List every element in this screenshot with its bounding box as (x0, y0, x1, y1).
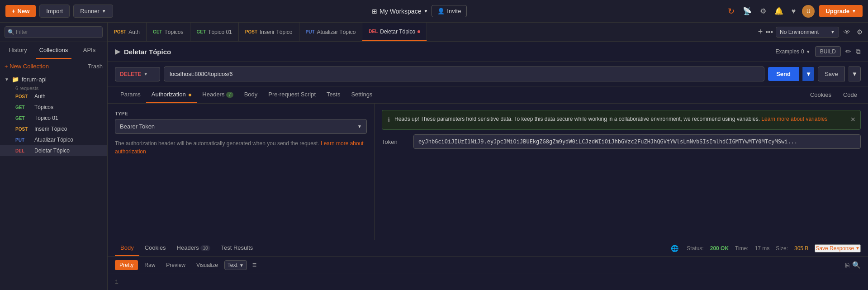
topbar-center: ⊞ My Workspace ▼ 👤 Invite (117, 5, 722, 17)
pre-request-tab[interactable]: Pre-request Script (263, 86, 321, 103)
pretty-tab[interactable]: Pretty (115, 260, 138, 270)
request-tab-item[interactable]: POSTAuth (108, 23, 147, 41)
sidebar-request-item[interactable]: POSTAuth (0, 91, 107, 102)
request-tab-item[interactable]: POSTInserir Tópico (239, 23, 299, 41)
request-tab-item[interactable]: GETTópicos (147, 23, 190, 41)
save-response-button[interactable]: Save Response ▼ (815, 244, 861, 252)
eye-icon-button[interactable]: 👁 (842, 26, 852, 38)
method-selector[interactable]: DELETE ▼ (115, 67, 160, 81)
examples-count: 0 (801, 48, 804, 55)
response-test-results-tab[interactable]: Test Results (216, 240, 259, 256)
settings-tab[interactable]: Settings (346, 86, 378, 103)
wrap-icon-button[interactable]: ≡ (252, 261, 256, 269)
method-label: DELETE (120, 71, 141, 77)
url-input[interactable] (164, 67, 764, 81)
chevron-down-icon: ▼ (357, 124, 362, 129)
collection-requests-count: 6 requests (0, 86, 107, 91)
settings-env-icon-button[interactable]: ⚙ (855, 26, 864, 38)
send-button[interactable]: Send (768, 67, 799, 81)
build-button[interactable]: BUILD (815, 46, 841, 57)
request-tab-item[interactable]: GETTópico 01 (190, 23, 239, 41)
method-badge: PUT (15, 138, 31, 143)
globe-icon-button[interactable]: 🌐 (669, 243, 680, 254)
folder-icon: 📁 (12, 76, 19, 83)
headers-tab[interactable]: Headers 7 (197, 86, 238, 103)
examples-button[interactable]: Examples 0 ▼ (775, 48, 810, 55)
size-label: Size: (776, 245, 788, 252)
method-badge: POST (15, 94, 31, 99)
sidebar-request-item[interactable]: POSTInserir Tópico (0, 124, 107, 134)
authorization-tab[interactable]: Authorization (146, 86, 197, 103)
workspace-button[interactable]: ⊞ My Workspace ▼ (372, 8, 428, 15)
env-selector[interactable]: No Environment ▼ (776, 27, 839, 38)
filter-input[interactable] (5, 26, 103, 38)
method-badge: GET (15, 105, 31, 110)
new-button[interactable]: + New (5, 5, 36, 17)
params-tab[interactable]: Params (115, 86, 146, 103)
response-meta: 🌐 Status: 200 OK Time: 17 ms Size: 305 B… (669, 243, 861, 254)
response-cookies-tab[interactable]: Cookies (139, 240, 171, 256)
auth-description: The authorization header will be automat… (115, 139, 367, 156)
collections-tab[interactable]: Collections (36, 42, 71, 59)
upgrade-button[interactable]: Upgrade ▼ (819, 5, 863, 17)
req-tabs-right: Cookies Code (806, 87, 861, 103)
status-value: 200 OK (710, 245, 729, 252)
sidebar-search-area: 🔍 (0, 23, 107, 42)
request-item-name: Deletar Tópico (34, 147, 70, 154)
request-tabs: Params Authorization Headers 7 Body Pre-… (108, 86, 868, 104)
response-body-tab[interactable]: Body (115, 240, 139, 256)
auth-active-dot (189, 94, 191, 96)
tab-name: Auth (128, 29, 140, 35)
more-options-icon[interactable]: ••• (765, 28, 773, 36)
satellite-icon-button[interactable]: 📡 (741, 5, 754, 17)
token-label: Token (382, 138, 409, 145)
token-row: Token eyJhbGciOiJIUzI1NiJ9.eyJpc3MiOiJBU… (382, 134, 861, 149)
chevron-right-icon: ▶ (115, 48, 120, 56)
headers-label: Headers (202, 91, 224, 98)
split-icon-button[interactable]: ⧉ (856, 48, 861, 56)
body-tab[interactable]: Body (239, 86, 263, 103)
sidebar-request-item[interactable]: GETTópico 01 (0, 113, 107, 124)
history-tab[interactable]: History (0, 42, 36, 59)
sidebar-request-item[interactable]: DELDeletar Tópico (0, 145, 107, 156)
search-icon-button[interactable]: 🔍 (852, 261, 861, 269)
import-button[interactable]: Import (39, 5, 70, 18)
invite-button[interactable]: 👤 Invite (432, 5, 467, 17)
request-tab-item[interactable]: PUTAtualizar Tópico (299, 23, 363, 41)
cookies-link[interactable]: Cookies (806, 87, 835, 103)
sync-icon-button[interactable]: ↻ (726, 5, 736, 18)
response-headers-tab[interactable]: Headers 10 (171, 240, 216, 256)
text-format-selector[interactable]: Text ▼ (224, 260, 247, 270)
sidebar-request-item[interactable]: GETTópicos (0, 102, 107, 113)
new-collection-button[interactable]: + New Collection (5, 63, 49, 70)
text-format-label: Text (228, 262, 237, 268)
heart-icon-button[interactable]: ♥ (790, 5, 798, 17)
learn-more-variables-link[interactable]: Learn more about variables (761, 116, 827, 122)
raw-tab[interactable]: Raw (140, 260, 160, 270)
runner-label: Runner (80, 8, 100, 14)
tabs-actions: + ••• No Environment ▼ 👁 ⚙ (754, 26, 868, 38)
code-link[interactable]: Code (840, 87, 861, 103)
save-button[interactable]: Save (818, 67, 845, 81)
status-label: Status: (687, 245, 703, 252)
preview-tab[interactable]: Preview (161, 260, 190, 270)
visualize-tab[interactable]: Visualize (192, 260, 223, 270)
sidebar-request-item[interactable]: PUTAtualizar Tópico (0, 134, 107, 145)
tests-tab[interactable]: Tests (321, 86, 346, 103)
collection-item[interactable]: ▼ 📁 forum-api (0, 73, 107, 86)
send-dropdown-button[interactable]: ▼ (802, 67, 814, 81)
settings-icon-button[interactable]: ⚙ (758, 5, 768, 17)
close-icon[interactable]: ✕ (850, 115, 856, 124)
copy-icon-button[interactable]: ⎘ (845, 261, 849, 269)
apis-tab[interactable]: APIs (71, 42, 107, 59)
auth-type-selector[interactable]: Bearer Token ▼ (115, 119, 367, 134)
trash-button[interactable]: Trash (88, 63, 103, 70)
runner-button[interactable]: Runner ▼ (73, 5, 113, 18)
request-tab-item[interactable]: DELDeletar Tópico (362, 23, 427, 41)
add-tab-icon[interactable]: + (758, 27, 763, 37)
avatar[interactable]: U (802, 5, 815, 18)
edit-icon-button[interactable]: ✏ (845, 48, 851, 56)
method-badge: POST (15, 127, 31, 132)
bell-icon-button[interactable]: 🔔 (773, 5, 785, 17)
save-dropdown-button[interactable]: ▼ (849, 67, 861, 81)
